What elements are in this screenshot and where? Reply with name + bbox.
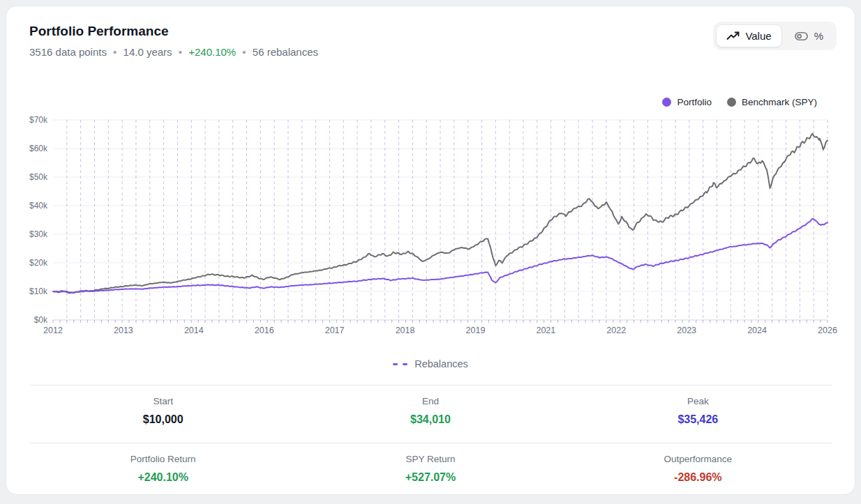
subtitle-rebalances: 56 rebalances (253, 46, 318, 58)
rebalance-dash-icon (403, 363, 407, 365)
svg-text:$20k: $20k (29, 258, 48, 268)
rebalance-dash-icon (393, 363, 398, 365)
subtitle-total-return: +240.10% (188, 46, 236, 58)
portfolio-dot-icon (662, 98, 671, 107)
legend-benchmark-label: Benchmark (SPY) (742, 97, 817, 107)
svg-text:2023: 2023 (677, 326, 696, 335)
value-mode-label: Value (745, 30, 771, 42)
stat-outperformance-value: -286.96% (564, 471, 832, 484)
summary-stats: Start $10,000 End $34,010 Peak $35,426 P… (29, 385, 832, 501)
subtitle-separator: • (113, 46, 117, 58)
svg-text:2018: 2018 (396, 326, 415, 335)
benchmark-dot-icon (727, 98, 736, 107)
svg-text:$10k: $10k (29, 287, 48, 296)
svg-text:$0k: $0k (34, 315, 48, 325)
stat-portfolio-return-label: Portfolio Return (29, 453, 297, 466)
toggle-switch-icon (794, 31, 809, 42)
value-mode-button[interactable]: Value (716, 24, 781, 47)
stat-end-value: $34,010 (297, 413, 564, 427)
stat-start-value: $10,000 (29, 413, 297, 427)
stat-spy-return-label: SPY Return (297, 453, 564, 466)
stats-row-returns: Portfolio Return +240.10% SPY Return +52… (29, 443, 832, 501)
stat-start: Start $10,000 (29, 395, 297, 427)
performance-line-chart[interactable]: $0k$10k$20k$30k$40k$50k$60k$70k201220132… (12, 112, 849, 343)
subtitle-years: 14.0 years (123, 46, 172, 58)
stat-portfolio-return-value: +240.10% (29, 471, 297, 484)
stat-portfolio-return: Portfolio Return +240.10% (29, 453, 297, 484)
svg-text:2017: 2017 (325, 326, 345, 335)
subtitle-separator: • (179, 46, 182, 58)
svg-text:$30k: $30k (29, 229, 48, 239)
chart-legend: Portfolio Benchmark (SPY) (6, 95, 817, 109)
svg-text:2016: 2016 (255, 326, 274, 335)
svg-text:2021: 2021 (536, 326, 555, 335)
svg-text:$50k: $50k (29, 172, 48, 182)
svg-text:2024: 2024 (747, 326, 767, 335)
trending-up-icon (726, 31, 740, 42)
svg-text:$40k: $40k (29, 201, 48, 211)
svg-text:2012: 2012 (43, 326, 63, 335)
svg-text:2026: 2026 (818, 326, 837, 335)
svg-text:2022: 2022 (606, 326, 626, 335)
percent-mode-label: % (814, 30, 823, 42)
subtitle-datapoints: 3516 data points (29, 46, 107, 58)
header-text: Portfolio Performance 3516 data points •… (29, 22, 318, 60)
card-header: Portfolio Performance 3516 data points •… (6, 6, 855, 60)
stat-end-label: End (297, 395, 564, 408)
stat-end: End $34,010 (297, 395, 564, 427)
subtitle-separator: • (242, 46, 246, 58)
page-title: Portfolio Performance (29, 22, 318, 41)
legend-portfolio-label: Portfolio (677, 97, 712, 107)
stats-row-values: Start $10,000 End $34,010 Peak $35,426 (29, 385, 832, 443)
stat-outperformance-label: Outperformance (564, 453, 832, 466)
stat-peak-value: $35,426 (564, 413, 832, 427)
svg-text:2019: 2019 (466, 326, 486, 335)
legend-item-benchmark[interactable]: Benchmark (SPY) (727, 95, 817, 109)
svg-text:$60k: $60k (29, 144, 48, 153)
display-mode-toggle: Value % (713, 22, 837, 50)
stat-start-label: Start (29, 395, 297, 408)
subtitle: 3516 data points • 14.0 years • +240.10%… (29, 45, 318, 60)
stat-outperformance: Outperformance -286.96% (564, 453, 832, 484)
legend-item-portfolio[interactable]: Portfolio (662, 95, 712, 109)
stat-spy-return-value: +527.07% (297, 471, 564, 484)
rebalances-legend: Rebalances (6, 357, 855, 371)
svg-text:2013: 2013 (114, 326, 133, 335)
rebalances-legend-label: Rebalances (414, 358, 468, 369)
stat-spy-return: SPY Return +527.07% (297, 453, 564, 484)
svg-text:$70k: $70k (29, 115, 48, 125)
percent-mode-button[interactable]: % (784, 24, 834, 47)
portfolio-performance-card: Portfolio Performance 3516 data points •… (6, 6, 855, 495)
svg-text:2014: 2014 (184, 326, 204, 335)
stat-peak-label: Peak (564, 395, 832, 408)
stat-peak: Peak $35,426 (564, 395, 832, 427)
